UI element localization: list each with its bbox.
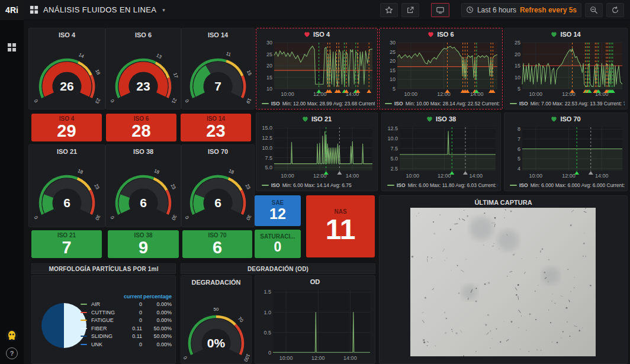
pie-legend-row[interactable]: SLIDING0.1150.00%: [81, 333, 172, 341]
stat-iso21[interactable]: ISO 21 7: [31, 230, 102, 258]
svg-text:10: 10: [515, 75, 520, 80]
panel-title[interactable]: ISO 70: [504, 113, 627, 125]
svg-text:12:00: 12:00: [311, 355, 325, 361]
stat-nas[interactable]: NAS 11: [306, 195, 375, 257]
chart-legend[interactable]: ISO Min: 7.00 Max: 22.53 Avg: 13.39 Curr…: [510, 99, 625, 108]
ok-heart-icon: [551, 31, 557, 38]
pie-legend-row[interactable]: CUTTING00.00%: [81, 308, 172, 317]
svg-text:4: 4: [518, 166, 520, 172]
stat-iso4[interactable]: ISO 4 29: [31, 114, 102, 141]
pie-legend-row[interactable]: UNK00.00%: [81, 340, 172, 349]
panel-title[interactable]: ÚLTIMA CAPTURA: [380, 196, 627, 206]
chart-legend[interactable]: ISO Min: 6.00 Max: 11.80 Avg: 6.03 Curre…: [387, 181, 498, 189]
svg-text:17: 17: [172, 72, 179, 79]
panel-chart-iso4: ISO 4 101520253010:0012:0014:00 ISO Min:…: [256, 28, 378, 109]
svg-text:18: 18: [228, 168, 235, 175]
refresh-button[interactable]: [606, 3, 624, 17]
panel-title[interactable]: ISO 6: [380, 28, 502, 40]
stat-value: 23: [206, 123, 225, 140]
gauge-iso21: 01823306: [28, 160, 105, 223]
svg-text:30: 30: [171, 214, 178, 221]
svg-text:100: 100: [243, 353, 251, 362]
pie-legend-row[interactable]: AIR00.00%: [81, 301, 172, 309]
stat-iso14[interactable]: ISO 14 23: [181, 114, 251, 141]
svg-text:5: 5: [393, 86, 396, 92]
svg-text:8: 8: [518, 126, 520, 132]
gauge-iso14: 01115197: [181, 44, 255, 107]
star-button[interactable]: [380, 3, 398, 17]
svg-text:6: 6: [518, 146, 520, 152]
chart-legend[interactable]: ISO Min: 6.00 Max: 14.14 Avg: 6.75: [262, 181, 375, 189]
panel-title[interactable]: ISO 38: [106, 145, 181, 155]
share-button[interactable]: [401, 3, 419, 17]
svg-text:10:00: 10:00: [279, 355, 293, 361]
chart-legend[interactable]: ISO Min: 12.00 Max: 28.99 Avg: 23.68 Cur…: [262, 99, 375, 108]
panel-title[interactable]: ISO 21: [256, 113, 377, 125]
sidebar-item-dashboards[interactable]: [0, 43, 24, 52]
stat-value: 12: [269, 207, 286, 222]
svg-text:15: 15: [390, 67, 396, 73]
stat-iso38[interactable]: ISO 38 9: [108, 230, 179, 258]
series-color-dash: [81, 328, 87, 329]
stat-iso6[interactable]: ISO 6 28: [106, 114, 176, 141]
svg-text:20: 20: [266, 63, 272, 69]
chart-legend[interactable]: ISO Min: 10.00 Max: 28.14 Avg: 22.52 Cur…: [385, 99, 500, 108]
series-color-dash: [81, 304, 87, 305]
row-header-morfologia[interactable]: MORFOLOGÍA PARTÍCULAS POR 1ml: [31, 263, 176, 274]
svg-text:14:00: 14:00: [470, 173, 483, 179]
series-color-dash: [81, 320, 87, 321]
user-avatar[interactable]: [5, 329, 18, 342]
dashboard-title: ANÁLISIS FLUIDOS EN LINEA: [43, 5, 156, 14]
time-series-chart: 2.55.07.510.012.510:0012:0014:00: [384, 125, 499, 179]
pie-legend-row[interactable]: FIBER0.1150.00%: [81, 324, 172, 333]
time-series-chart: 4567810:0012:0014:00: [506, 125, 625, 179]
svg-text:7: 7: [518, 136, 520, 142]
help-button[interactable]: ?: [6, 347, 18, 359]
panel-gauge-iso38: ISO 38 01823306: [105, 144, 181, 227]
svg-text:0.5: 0.5: [263, 330, 271, 336]
gauge-iso70: 01823306: [181, 160, 255, 223]
svg-text:30: 30: [390, 40, 396, 46]
svg-text:0%: 0%: [207, 336, 226, 350]
zoom-out-button[interactable]: [585, 3, 603, 17]
panel-title[interactable]: ISO 14: [504, 28, 627, 40]
panel-degradacion-gauge: DEGRADACIÓN 050701000%: [181, 275, 252, 364]
row-header-degradacion[interactable]: DEGRADACIÓN (OD): [181, 263, 375, 274]
dashboard-title-dropdown[interactable]: ANÁLISIS FLUIDOS EN LINEA ▾: [30, 5, 165, 14]
svg-text:25: 25: [266, 51, 272, 57]
tv-cycle-button[interactable]: [431, 3, 449, 17]
svg-text:15: 15: [246, 69, 253, 76]
svg-text:1.0: 1.0: [263, 310, 271, 315]
stat-value: 0: [274, 240, 282, 254]
monitor-icon: [436, 6, 445, 14]
panel-title[interactable]: ISO 4: [29, 28, 105, 38]
svg-text:10: 10: [266, 86, 272, 92]
pie-legend-row[interactable]: FATIGUE00.00%: [81, 317, 172, 325]
app-logo[interactable]: 4Ri: [0, 0, 24, 20]
stat-value: 28: [131, 123, 150, 140]
svg-text:30: 30: [266, 40, 272, 46]
panel-title[interactable]: ISO 6: [106, 28, 181, 38]
series-color-dash: [81, 336, 87, 337]
panel-title[interactable]: ISO 21: [29, 145, 105, 155]
svg-text:18: 18: [153, 168, 160, 175]
svg-text:18: 18: [94, 69, 101, 76]
panel-title[interactable]: ISO 14: [182, 28, 254, 38]
svg-text:20: 20: [515, 51, 520, 57]
panel-title[interactable]: ISO 38: [382, 113, 500, 125]
svg-text:0: 0: [184, 215, 190, 220]
alert-heart-icon: [427, 31, 434, 38]
time-series-chart: 00.51.01.510:0012:0014:00: [257, 288, 373, 362]
stat-iso70[interactable]: ISO 70 6: [182, 230, 252, 258]
panel-title[interactable]: DEGRADACIÓN: [181, 276, 251, 286]
chart-legend[interactable]: ISO Min: 6.000 Max: 6.000 Avg: 6.000 Cur…: [510, 181, 625, 189]
time-range-picker[interactable]: Last 6 hours Refresh every 5s: [461, 3, 581, 17]
time-range-label: Last 6 hours: [477, 6, 516, 14]
panel-od-chart: OD 00.51.01.510:0012:0014:00: [255, 275, 375, 364]
panel-title[interactable]: ISO 70: [182, 145, 254, 155]
stat-saturacion[interactable]: SATURACI... 0: [255, 230, 301, 258]
panel-title[interactable]: ISO 4: [256, 28, 377, 40]
panel-title[interactable]: OD: [255, 276, 375, 288]
stat-sae[interactable]: SAE 12: [255, 195, 301, 226]
svg-text:1.5: 1.5: [263, 289, 271, 295]
